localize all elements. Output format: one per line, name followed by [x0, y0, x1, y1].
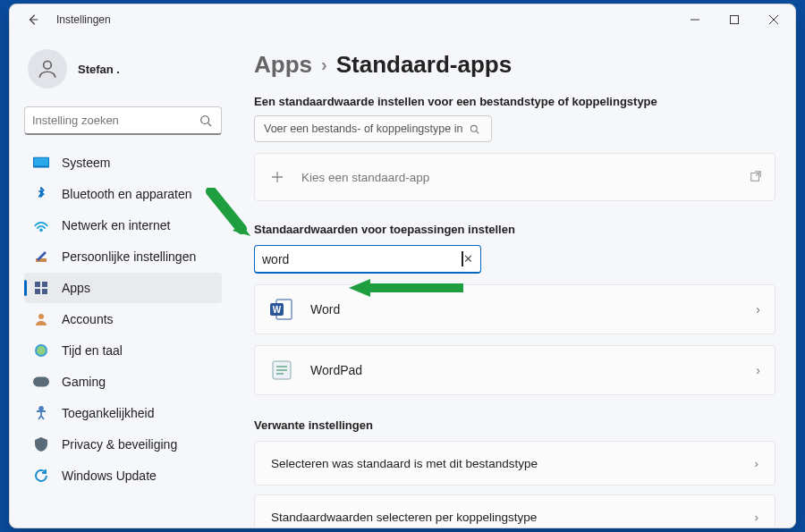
window-title: Instellingen — [56, 13, 111, 26]
close-button[interactable] — [754, 6, 793, 33]
word-icon: W — [269, 297, 294, 322]
titlebar: Instellingen — [10, 4, 795, 35]
time-icon — [33, 342, 49, 359]
sidebar-item-accounts[interactable]: Accounts — [24, 304, 222, 334]
plus-icon — [267, 167, 287, 187]
update-icon — [33, 468, 49, 484]
sidebar-item-network[interactable]: Netwerk en internet — [24, 210, 222, 241]
svg-rect-11 — [35, 282, 40, 287]
svg-rect-12 — [42, 282, 47, 287]
page-title: Standaard-apps — [336, 51, 513, 79]
chevron-right-icon: › — [756, 302, 760, 317]
filetype-placeholder: Voer een bestands- of koppelingstype in — [264, 122, 462, 135]
open-external-icon — [750, 170, 762, 185]
chevron-right-icon: › — [321, 55, 327, 75]
sidebar-item-label: Accounts — [62, 312, 114, 326]
app-row-word[interactable]: WWord› — [254, 284, 775, 334]
window-controls — [675, 6, 793, 33]
sidebar-item-apps[interactable]: Apps — [24, 273, 222, 303]
network-icon — [33, 217, 49, 233]
choose-default-app-card[interactable]: Kies een standaard-app — [254, 153, 775, 201]
chevron-right-icon: › — [755, 511, 759, 524]
sidebar-item-update[interactable]: Windows Update — [24, 460, 222, 491]
sidebar-item-label: Toegankelijkheid — [62, 406, 155, 420]
svg-point-20 — [470, 125, 477, 131]
user-name: Stefan . — [78, 63, 120, 76]
choose-default-app-label: Kies een standaard-app — [301, 171, 429, 184]
minimize-button[interactable] — [675, 6, 715, 33]
related-row[interactable]: Selecteren was standaard is met dit best… — [254, 441, 775, 486]
main-content: Apps › Standaard-apps Een standaardwaard… — [229, 35, 795, 528]
chevron-right-icon: › — [756, 363, 760, 377]
svg-point-19 — [39, 407, 43, 410]
wordpad-icon — [269, 358, 294, 383]
sidebar-nav: SysteemBluetooth en apparatenNetwerk en … — [24, 148, 222, 491]
sidebar-item-time[interactable]: Tijd en taal — [24, 335, 222, 366]
related-row[interactable]: Standaardwaarden selecteren per koppelin… — [254, 494, 775, 528]
apps-icon — [33, 280, 49, 296]
breadcrumb-parent[interactable]: Apps — [254, 51, 312, 79]
svg-rect-8 — [34, 158, 48, 166]
svg-rect-14 — [42, 289, 47, 294]
svg-line-6 — [208, 122, 212, 126]
svg-point-17 — [37, 346, 46, 355]
svg-rect-13 — [35, 289, 40, 294]
sidebar-item-label: Apps — [62, 281, 90, 295]
related-label: Standaardwaarden selecteren per koppelin… — [271, 511, 537, 524]
settings-search[interactable] — [24, 106, 222, 135]
sidebar-item-label: Bluetooth en apparaten — [62, 187, 192, 201]
sidebar: Stefan . SysteemBluetooth en apparatenNe… — [10, 35, 229, 528]
sidebar-item-personal[interactable]: Persoonlijke instellingen — [24, 241, 222, 272]
system-icon — [33, 155, 49, 171]
sidebar-item-gaming[interactable]: Gaming — [24, 367, 222, 397]
avatar — [28, 49, 67, 89]
sidebar-item-label: Privacy & beveiliging — [62, 437, 177, 452]
search-icon — [198, 113, 214, 129]
sidebar-item-privacy[interactable]: Privacy & beveiliging — [24, 429, 222, 460]
sidebar-item-label: Gaming — [62, 375, 106, 389]
back-button[interactable] — [21, 7, 46, 32]
sidebar-item-access[interactable]: Toegankelijkheid — [24, 398, 222, 428]
sidebar-item-label: Netwerk en internet — [62, 218, 170, 232]
settings-search-input[interactable] — [32, 114, 198, 127]
gaming-icon — [33, 374, 49, 390]
svg-line-21 — [476, 131, 479, 133]
sidebar-item-system[interactable]: Systeem — [24, 148, 222, 178]
bluetooth-icon — [33, 186, 49, 202]
clear-icon[interactable]: ✕ — [463, 252, 473, 266]
app-label: Word — [310, 302, 340, 317]
related-settings-title: Verwante instellingen — [254, 418, 775, 432]
section-filetype-title: Een standaardwaarde instellen voor een b… — [254, 95, 775, 108]
settings-window: Instellingen Stefan . SysteemBluetooth e… — [9, 4, 796, 528]
sidebar-item-label: Systeem — [62, 156, 110, 170]
svg-line-25 — [756, 171, 760, 175]
app-row-wordpad[interactable]: WordPad› — [254, 345, 775, 395]
svg-point-15 — [38, 314, 44, 319]
sidebar-item-bluetooth[interactable]: Bluetooth en apparaten — [24, 179, 222, 209]
accounts-icon — [33, 311, 49, 327]
svg-rect-18 — [33, 377, 49, 387]
related-label: Selecteren was standaard is met dit best… — [271, 457, 538, 470]
personal-icon — [33, 249, 49, 265]
app-label: WordPad — [310, 363, 362, 377]
svg-point-4 — [44, 61, 52, 69]
svg-text:W: W — [273, 305, 282, 315]
svg-rect-1 — [731, 16, 739, 24]
sidebar-item-label: Windows Update — [62, 469, 157, 483]
filetype-input[interactable]: Voer een bestands- of koppelingstype in — [254, 115, 492, 142]
svg-point-9 — [40, 230, 42, 232]
breadcrumb: Apps › Standaard-apps — [254, 51, 775, 79]
maximize-button[interactable] — [715, 6, 754, 33]
access-icon — [33, 405, 49, 421]
privacy-icon — [33, 436, 49, 452]
sidebar-item-label: Tijd en taal — [62, 343, 123, 358]
svg-point-5 — [201, 115, 209, 123]
search-icon — [466, 121, 482, 137]
user-profile[interactable]: Stefan . — [24, 44, 222, 103]
app-search[interactable]: ✕ — [254, 245, 481, 274]
section-app-defaults-title: Standaardwaarden voor toepassingen inste… — [254, 223, 775, 236]
app-search-input[interactable] — [262, 252, 462, 266]
sidebar-item-label: Persoonlijke instellingen — [62, 249, 196, 264]
chevron-right-icon: › — [755, 457, 759, 470]
